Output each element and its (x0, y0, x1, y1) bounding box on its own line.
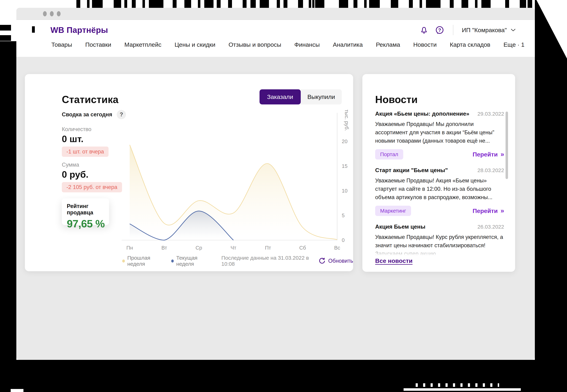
legend-lastweek-label: Прошлая неделя (127, 255, 164, 267)
glitch-bottom-dash (403, 388, 521, 391)
svg-text:15: 15 (342, 163, 347, 169)
account-name: ИП "Комракова" (462, 27, 507, 34)
ordered-toggle-button[interactable]: Заказали (260, 89, 301, 104)
quantity-label: Количество (62, 126, 91, 132)
go-link-label: Перейти (472, 151, 498, 158)
nav-item[interactable]: Цены и скидки (175, 41, 215, 48)
nav-item[interactable]: Отзывы и вопросы (228, 41, 281, 48)
svg-text:0: 0 (342, 237, 345, 243)
legend-curweek-label: Текущая неделя (176, 255, 211, 267)
stats-toggle: Заказали Выкупили (260, 89, 342, 104)
news-scrollbar[interactable] (506, 112, 508, 179)
double-chevron-icon: » (500, 151, 504, 158)
svg-text:?: ? (438, 28, 441, 33)
window-control-dot[interactable] (50, 11, 54, 16)
nav-item[interactable]: Поставки (85, 41, 111, 48)
statistics-title: Статистика (62, 94, 118, 105)
svg-text:5: 5 (342, 213, 345, 218)
svg-text:Сб: Сб (299, 245, 306, 251)
glitch-left-strip-2 (0, 35, 11, 41)
news-item-date: 29.03.2022 (474, 111, 504, 117)
chart-legend: Прошлая неделя Текущая неделя Последние … (122, 255, 353, 267)
bought-toggle-button[interactable]: Выкупили (301, 89, 342, 104)
double-chevron-icon: » (500, 207, 504, 215)
nav-item[interactable]: Маркетплейс (124, 41, 161, 48)
quantity-delta-badge: -1 шт. от вчера (62, 147, 109, 157)
news-item[interactable]: Старт акции "Бьем цены" 28.03.2022 Уважа… (375, 167, 504, 216)
news-item-tag: Портал (375, 149, 403, 159)
statistics-card: Статистика Заказали Выкупили Сводка за с… (25, 74, 353, 271)
svg-text:Пт: Пт (265, 245, 271, 251)
refresh-button[interactable]: Обновить (318, 257, 353, 265)
lastweek-area (130, 145, 337, 240)
nav-item[interactable]: Финансы (294, 41, 320, 48)
news-item[interactable]: Акция Бьем цены 26.03.2022 Уважаемые Про… (375, 224, 504, 257)
notifications-button[interactable] (419, 25, 429, 35)
nav-item[interactable]: Карта складов (450, 41, 490, 48)
news-item-date: 26.03.2022 (474, 224, 504, 230)
weekly-sales-chart: 05101520 ПнВтСрЧтПтСбВс тыс. руб. (121, 106, 352, 253)
window-control-dot[interactable] (57, 11, 61, 16)
chart-y-axis-title: тыс. руб. (344, 110, 350, 131)
window-control-dot[interactable] (43, 11, 47, 16)
glitch-bottom-band (16, 360, 567, 392)
wb-partners-logo[interactable]: WB Партнёры (50, 25, 108, 35)
news-item-go-link[interactable]: Перейти » (472, 207, 504, 215)
glitch-bottom-corner (11, 389, 23, 392)
all-news-link[interactable]: Все новости (375, 257, 413, 264)
news-list: Акция «Бьем цены: дополнение» 29.03.2022… (375, 111, 504, 265)
news-item-body: Уважаемые Продавцы! Акция «Бьем цены» ст… (375, 176, 504, 201)
chevron-down-icon (511, 28, 516, 32)
help-icon: ? (435, 25, 444, 35)
go-link-label: Перейти (472, 208, 498, 214)
seller-rating-label: Рейтинг продавца (67, 203, 109, 216)
main-nav: Товары Поставки Маркетплейс Цены и скидк… (16, 40, 535, 57)
chart-x-labels: ПнВтСрЧтПтСбВс (126, 245, 340, 251)
bell-icon (419, 25, 429, 35)
svg-text:10: 10 (342, 188, 347, 194)
window-titlebar[interactable] (16, 8, 535, 20)
news-item-body: Уважаемые Продавцы! Курс рубля укрепляет… (375, 233, 504, 257)
header-actions: ? ИП "Комракова" (419, 25, 516, 35)
svg-text:Вт: Вт (162, 245, 167, 251)
lastweek-dot-icon (122, 260, 125, 263)
svg-text:Пн: Пн (126, 245, 133, 251)
today-summary-header: Сводка за сегодня ? (62, 110, 126, 119)
news-item-header: Акция Бьем цены 26.03.2022 (375, 224, 504, 230)
nav-item[interactable]: Еще · 1 (503, 41, 524, 48)
last-data-timestamp: Последние данные на 31.03.2022 в 10:08 (221, 255, 310, 267)
nav-item[interactable]: Новости (413, 41, 437, 48)
sum-label: Сумма (62, 162, 79, 168)
news-item-header: Старт акции "Бьем цены" 28.03.2022 (375, 167, 504, 174)
glitch-left-strip-1 (0, 25, 11, 30)
nav-item[interactable]: Товары (51, 41, 72, 48)
glitch-left-column (0, 41, 16, 392)
glitch-bottom-ticks (416, 383, 499, 387)
app-header: WB Партнёры ? ИП "Комракова" (16, 20, 535, 40)
news-card: Новости Акция «Бьем цены: дополнение» 29… (362, 74, 515, 272)
news-item-body: Уважаемые Продавцы! Мы дополнили ассорти… (375, 120, 504, 145)
news-item-tag: Маркетинг (375, 206, 411, 216)
chart-y-ticks: 05101520 (342, 139, 347, 243)
today-summary-title: Сводка за сегодня (62, 111, 112, 118)
nav-item[interactable]: Аналитика (333, 41, 363, 48)
svg-text:Чт: Чт (231, 245, 236, 251)
news-item-title: Акция Бьем цены (375, 224, 425, 230)
news-item-footer: Маркетинг Перейти » (375, 206, 504, 216)
account-dropdown[interactable]: ИП "Комракова" (462, 27, 516, 34)
header-divider (453, 25, 453, 35)
sum-value: 0 руб. (62, 169, 88, 180)
news-item-footer: Портал Перейти » (375, 149, 504, 159)
app-window: WB Партнёры ? ИП "Комракова" (16, 8, 535, 360)
svg-text:Вс: Вс (334, 245, 340, 251)
glitch-right-column (535, 0, 567, 392)
news-title: Новости (375, 94, 418, 105)
help-button[interactable]: ? (435, 25, 444, 35)
news-item-header: Акция «Бьем цены: дополнение» 29.03.2022 (375, 111, 504, 117)
news-item[interactable]: Акция «Бьем цены: дополнение» 29.03.2022… (375, 111, 504, 159)
glitch-blob (32, 26, 35, 33)
news-item-title: Старт акции "Бьем цены" (375, 167, 448, 174)
news-item-go-link[interactable]: Перейти » (472, 151, 504, 158)
legend-lastweek: Прошлая неделя (122, 255, 164, 267)
nav-item[interactable]: Реклама (376, 41, 400, 48)
